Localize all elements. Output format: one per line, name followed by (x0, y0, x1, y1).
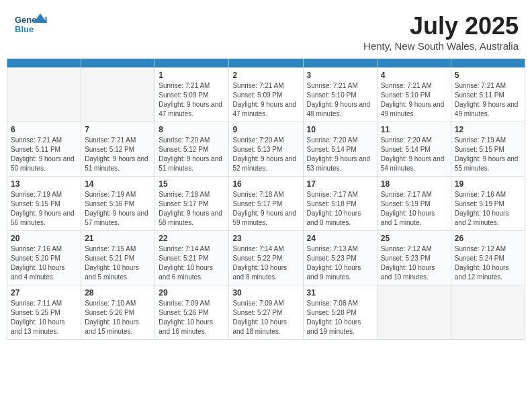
day-number: 9 (232, 125, 299, 134)
day-number: 15 (159, 179, 225, 189)
day-info: Sunrise: 7:12 AM Sunset: 5:24 PM Dayligh… (455, 244, 521, 282)
day-info: Sunrise: 7:21 AM Sunset: 5:10 PM Dayligh… (307, 81, 373, 119)
table-row: 9Sunrise: 7:20 AM Sunset: 5:13 PM Daylig… (229, 122, 303, 177)
day-info: Sunrise: 7:21 AM Sunset: 5:12 PM Dayligh… (85, 136, 151, 173)
day-number: 23 (232, 234, 299, 243)
table-row (7, 68, 81, 122)
day-info: Sunrise: 7:14 AM Sunset: 5:22 PM Dayligh… (232, 244, 299, 282)
calendar-header (7, 59, 525, 68)
table-row (81, 68, 155, 122)
table-row: 19Sunrise: 7:16 AM Sunset: 5:19 PM Dayli… (451, 177, 525, 231)
day-info: Sunrise: 7:20 AM Sunset: 5:14 PM Dayligh… (307, 136, 373, 173)
day-info: Sunrise: 7:19 AM Sunset: 5:15 PM Dayligh… (11, 190, 77, 228)
day-number: 26 (455, 234, 521, 243)
table-row: 14Sunrise: 7:19 AM Sunset: 5:16 PM Dayli… (81, 177, 155, 231)
day-number: 14 (85, 179, 151, 189)
col-wednesday (229, 59, 303, 68)
day-info: Sunrise: 7:09 AM Sunset: 5:26 PM Dayligh… (159, 299, 225, 336)
day-info: Sunrise: 7:16 AM Sunset: 5:20 PM Dayligh… (11, 244, 77, 282)
day-number: 2 (232, 71, 299, 80)
table-row (377, 285, 451, 340)
col-tuesday (155, 59, 229, 68)
calendar-week-row: 20Sunrise: 7:16 AM Sunset: 5:20 PM Dayli… (7, 231, 525, 285)
day-number: 17 (307, 179, 373, 189)
day-number: 12 (455, 125, 521, 134)
day-number: 7 (85, 125, 151, 134)
day-number: 4 (381, 71, 447, 80)
day-info: Sunrise: 7:20 AM Sunset: 5:14 PM Dayligh… (381, 136, 447, 173)
day-number: 19 (455, 179, 521, 189)
calendar-week-row: 6Sunrise: 7:21 AM Sunset: 5:11 PM Daylig… (7, 122, 525, 177)
day-number: 13 (11, 179, 77, 189)
day-number: 21 (85, 234, 151, 243)
table-row: 1Sunrise: 7:21 AM Sunset: 5:09 PM Daylig… (155, 68, 229, 122)
day-info: Sunrise: 7:15 AM Sunset: 5:21 PM Dayligh… (85, 244, 151, 282)
table-row: 20Sunrise: 7:16 AM Sunset: 5:20 PM Dayli… (7, 231, 81, 285)
table-row: 28Sunrise: 7:10 AM Sunset: 5:26 PM Dayli… (81, 285, 155, 340)
table-row: 4Sunrise: 7:21 AM Sunset: 5:10 PM Daylig… (377, 68, 451, 122)
day-info: Sunrise: 7:20 AM Sunset: 5:13 PM Dayligh… (232, 136, 299, 173)
day-number: 11 (381, 125, 447, 134)
table-row: 24Sunrise: 7:13 AM Sunset: 5:23 PM Dayli… (303, 231, 377, 285)
day-number: 6 (11, 125, 77, 134)
table-row: 17Sunrise: 7:17 AM Sunset: 5:18 PM Dayli… (303, 177, 377, 231)
day-info: Sunrise: 7:21 AM Sunset: 5:09 PM Dayligh… (232, 81, 299, 119)
day-info: Sunrise: 7:12 AM Sunset: 5:23 PM Dayligh… (381, 244, 447, 282)
col-friday (377, 59, 451, 68)
table-row: 30Sunrise: 7:09 AM Sunset: 5:27 PM Dayli… (229, 285, 303, 340)
table-row: 22Sunrise: 7:14 AM Sunset: 5:21 PM Dayli… (155, 231, 229, 285)
day-number: 5 (455, 71, 521, 80)
day-number: 3 (307, 71, 373, 80)
table-row: 29Sunrise: 7:09 AM Sunset: 5:26 PM Dayli… (155, 285, 229, 340)
table-row: 18Sunrise: 7:17 AM Sunset: 5:19 PM Dayli… (377, 177, 451, 231)
title-block: July 2025 Henty, New South Wales, Austra… (363, 12, 519, 52)
day-number: 18 (381, 179, 447, 189)
col-sunday (7, 59, 81, 68)
day-info: Sunrise: 7:21 AM Sunset: 5:10 PM Dayligh… (381, 81, 447, 119)
table-row: 8Sunrise: 7:20 AM Sunset: 5:12 PM Daylig… (155, 122, 229, 177)
header-row (7, 59, 525, 68)
day-info: Sunrise: 7:20 AM Sunset: 5:12 PM Dayligh… (159, 136, 225, 173)
table-row: 15Sunrise: 7:18 AM Sunset: 5:17 PM Dayli… (155, 177, 229, 231)
day-info: Sunrise: 7:17 AM Sunset: 5:19 PM Dayligh… (381, 190, 447, 228)
calendar-week-row: 1Sunrise: 7:21 AM Sunset: 5:09 PM Daylig… (7, 68, 525, 122)
calendar-week-row: 27Sunrise: 7:11 AM Sunset: 5:25 PM Dayli… (7, 285, 525, 340)
col-saturday (451, 59, 525, 68)
day-info: Sunrise: 7:16 AM Sunset: 5:19 PM Dayligh… (455, 190, 521, 228)
table-row: 7Sunrise: 7:21 AM Sunset: 5:12 PM Daylig… (81, 122, 155, 177)
page-header: General Blue July 2025 Henty, New South … (7, 7, 525, 54)
calendar-week-row: 13Sunrise: 7:19 AM Sunset: 5:15 PM Dayli… (7, 177, 525, 231)
table-row: 23Sunrise: 7:14 AM Sunset: 5:22 PM Dayli… (229, 231, 303, 285)
day-number: 29 (159, 288, 225, 298)
table-row: 11Sunrise: 7:20 AM Sunset: 5:14 PM Dayli… (377, 122, 451, 177)
page-subtitle: Henty, New South Wales, Australia (363, 40, 519, 52)
svg-text:Blue: Blue (15, 24, 34, 34)
day-info: Sunrise: 7:09 AM Sunset: 5:27 PM Dayligh… (232, 299, 299, 336)
table-row: 2Sunrise: 7:21 AM Sunset: 5:09 PM Daylig… (229, 68, 303, 122)
day-number: 10 (307, 125, 373, 134)
table-row: 26Sunrise: 7:12 AM Sunset: 5:24 PM Dayli… (451, 231, 525, 285)
day-number: 22 (159, 234, 225, 243)
day-info: Sunrise: 7:19 AM Sunset: 5:15 PM Dayligh… (455, 136, 521, 173)
day-info: Sunrise: 7:21 AM Sunset: 5:11 PM Dayligh… (11, 136, 77, 173)
table-row: 12Sunrise: 7:19 AM Sunset: 5:15 PM Dayli… (451, 122, 525, 177)
day-number: 28 (85, 288, 151, 298)
day-info: Sunrise: 7:21 AM Sunset: 5:09 PM Dayligh… (159, 81, 225, 119)
day-info: Sunrise: 7:11 AM Sunset: 5:25 PM Dayligh… (11, 299, 77, 336)
day-number: 25 (381, 234, 447, 243)
table-row: 27Sunrise: 7:11 AM Sunset: 5:25 PM Dayli… (7, 285, 81, 340)
day-info: Sunrise: 7:19 AM Sunset: 5:16 PM Dayligh… (85, 190, 151, 228)
table-row: 5Sunrise: 7:21 AM Sunset: 5:11 PM Daylig… (451, 68, 525, 122)
col-thursday (303, 59, 377, 68)
day-number: 27 (11, 288, 77, 298)
day-info: Sunrise: 7:10 AM Sunset: 5:26 PM Dayligh… (85, 299, 151, 336)
day-info: Sunrise: 7:14 AM Sunset: 5:21 PM Dayligh… (159, 244, 225, 282)
table-row: 21Sunrise: 7:15 AM Sunset: 5:21 PM Dayli… (81, 231, 155, 285)
col-monday (81, 59, 155, 68)
day-info: Sunrise: 7:21 AM Sunset: 5:11 PM Dayligh… (455, 81, 521, 119)
table-row (451, 285, 525, 340)
day-number: 31 (307, 288, 373, 298)
table-row: 25Sunrise: 7:12 AM Sunset: 5:23 PM Dayli… (377, 231, 451, 285)
logo: General Blue (13, 12, 47, 42)
table-row: 3Sunrise: 7:21 AM Sunset: 5:10 PM Daylig… (303, 68, 377, 122)
